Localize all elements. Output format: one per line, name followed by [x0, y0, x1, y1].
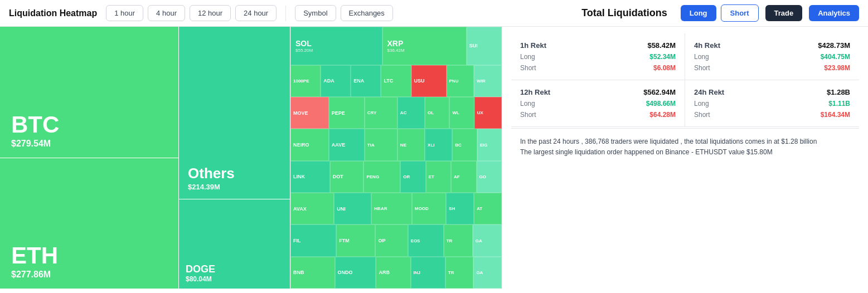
stat-1h-short-row: Short $6.08M [520, 64, 676, 72]
xli-cell[interactable]: XLI [425, 129, 452, 160]
ftm-cell[interactable]: FTM [336, 224, 375, 256]
stat-4h-long-row: Long $404.75M [694, 53, 850, 61]
sol-cell[interactable]: SOL $55.20M [290, 27, 382, 65]
short-btn[interactable]: Short [721, 4, 759, 22]
row8: BNB ONDO ARB INJ TR GA [290, 257, 502, 289]
wir-cell[interactable]: WIR [474, 65, 502, 97]
eos-cell[interactable]: EOS [408, 224, 444, 256]
analytics-btn[interactable]: Analytics [809, 5, 859, 21]
stat-1h-total: $58.42M [647, 41, 676, 50]
right-panel: 1h Rekt $58.42M Long $52.34M Short $6.08… [502, 27, 868, 289]
stats-grid: 1h Rekt $58.42M Long $52.34M Short $6.08… [511, 33, 859, 127]
cry-cell[interactable]: CRY [365, 97, 397, 129]
stat-1h-long-val: $52.34M [649, 53, 676, 61]
ondo-cell[interactable]: ONDO [335, 257, 376, 289]
ga-cell[interactable]: GA [473, 224, 502, 256]
row2: 1000PE ADA ENA LTC USU PNU WIR [290, 65, 502, 97]
bnb-cell[interactable]: BNB [290, 257, 335, 289]
others-value: $214.39M [188, 183, 281, 191]
1000pe-cell[interactable]: 1000PE [290, 65, 321, 97]
heatmap: BTC $279.54M ETH $277.86M Others $214.39… [0, 27, 502, 289]
stat-1h-title: 1h Rekt [520, 41, 546, 50]
pepe-cell[interactable]: PEPE [329, 97, 365, 129]
trade-btn[interactable]: Trade [765, 5, 803, 21]
go-cell[interactable]: GO [477, 161, 502, 193]
eig-cell[interactable]: EIG [477, 129, 502, 160]
stat-1h-header: 1h Rekt $58.42M [520, 41, 676, 50]
row4: NEIRO AAVE TIA NE XLI BC EIG [290, 129, 502, 160]
xrp-cell[interactable]: XRP $36.42M [382, 27, 467, 65]
mood-cell[interactable]: MOOD [412, 193, 446, 224]
stat-1h-short-label: Short [520, 64, 536, 72]
tr2-cell[interactable]: TR [445, 257, 474, 289]
btc-value: $279.54M [11, 139, 167, 149]
af-cell[interactable]: AF [451, 161, 476, 193]
eth-cell[interactable]: ETH $277.86M [0, 158, 178, 289]
fil-cell[interactable]: FIL [290, 224, 336, 256]
time-4h-btn[interactable]: 4 hour [148, 5, 185, 21]
stat-24h-short-label: Short [694, 111, 710, 119]
divider [285, 6, 286, 21]
bc-cell[interactable]: BC [452, 129, 477, 160]
row6: AVAX UNI HBAR MOOD SH AT [290, 193, 502, 224]
usu-cell[interactable]: USU [411, 65, 447, 97]
stat-4h-header: 4h Rekt $428.73M [694, 41, 850, 50]
ena-cell[interactable]: ENA [351, 65, 381, 97]
ol-cell[interactable]: OL [425, 97, 449, 129]
others-cell[interactable]: Others $214.39M [179, 27, 290, 199]
stat-12h-header: 12h Rekt $562.94M [520, 88, 676, 96]
stat-4h-short-val: $23.98M [824, 64, 850, 72]
symbol-filter-btn[interactable]: Symbol [295, 5, 336, 21]
ux-cell[interactable]: UX [474, 97, 502, 129]
time-24h-btn[interactable]: 24 hour [235, 5, 277, 21]
peng-cell[interactable]: PENG [363, 161, 400, 193]
link-cell[interactable]: LINK [290, 161, 330, 193]
doge-cell[interactable]: DOGE $80.04M [179, 199, 290, 289]
ac-cell[interactable]: AC [397, 97, 425, 129]
sh-cell[interactable]: SH [446, 193, 474, 224]
total-title: Total Liquidations [581, 7, 667, 19]
ltc-cell[interactable]: LTC [381, 65, 411, 97]
or-cell[interactable]: OR [400, 161, 425, 193]
col-mid: Others $214.39M DOGE $80.04M [178, 27, 290, 289]
op-cell[interactable]: OP [375, 224, 408, 256]
stat-12h-title: 12h Rekt [520, 88, 550, 96]
tr-cell[interactable]: TR [444, 224, 473, 256]
stat-24h-header: 24h Rekt $1.28B [694, 88, 850, 96]
ga2-cell[interactable]: GA [473, 257, 502, 289]
ada-cell[interactable]: ADA [321, 65, 351, 97]
tia-cell[interactable]: TIA [365, 129, 397, 160]
btc-cell[interactable]: BTC $279.54M [0, 27, 178, 158]
hbar-cell[interactable]: HBAR [371, 193, 412, 224]
move-cell[interactable]: MOVE [290, 97, 329, 129]
row3: MOVE PEPE CRY AC OL WL UX [290, 97, 502, 129]
stat-1h-short-val: $6.08M [653, 64, 676, 72]
arb-cell[interactable]: ARB [376, 257, 410, 289]
at-cell[interactable]: AT [474, 193, 502, 224]
et-cell[interactable]: ET [426, 161, 451, 193]
stat-12h-total: $562.94M [643, 88, 676, 96]
neiro-cell[interactable]: NEIRO [290, 129, 329, 160]
eth-name: ETH [11, 244, 167, 267]
exchanges-filter-btn[interactable]: Exchanges [341, 5, 393, 21]
stat-12h-long-val: $498.66M [646, 100, 676, 108]
stat-12h-long-row: Long $498.66M [520, 100, 676, 108]
uni-cell[interactable]: UNI [334, 193, 371, 224]
avax-cell[interactable]: AVAX [290, 193, 334, 224]
sui-cell[interactable]: SUI [467, 27, 502, 65]
ne-cell[interactable]: NE [397, 129, 425, 160]
stat-1h-long-label: Long [520, 53, 535, 61]
stat-24h-long-label: Long [694, 100, 709, 108]
stat-12h-short-row: Short $64.28M [520, 111, 676, 119]
wl-cell[interactable]: WL [449, 97, 474, 129]
time-12h-btn[interactable]: 12 hour [190, 5, 231, 21]
aave-cell[interactable]: AAVE [329, 129, 365, 160]
inj-cell[interactable]: INJ [411, 257, 445, 289]
col-left: BTC $279.54M ETH $277.86M [0, 27, 178, 289]
main-content: BTC $279.54M ETH $277.86M Others $214.39… [0, 27, 868, 289]
stat-4h-long-label: Long [694, 53, 709, 61]
time-1h-btn[interactable]: 1 hour [106, 5, 143, 21]
long-btn[interactable]: Long [681, 5, 716, 21]
dot-cell[interactable]: DOT [330, 161, 364, 193]
pnu-cell[interactable]: PNU [447, 65, 474, 97]
